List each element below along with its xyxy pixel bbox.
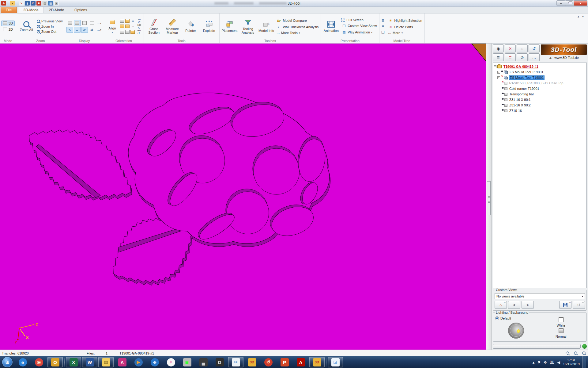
show-desktop-button[interactable] (582, 356, 586, 368)
print-icon[interactable]: ▤ (42, 1, 47, 6)
zoom-all-button[interactable]: Zoom All (17, 20, 35, 33)
ribbon-options-icon[interactable]: ▾ (582, 15, 584, 18)
restore-view-button[interactable]: ↺∞ (573, 301, 585, 309)
image-viewer-icon[interactable]: ◪ (328, 357, 343, 367)
view-bottom-icon[interactable] (125, 30, 130, 34)
save-icon[interactable]: ▮ (25, 1, 30, 6)
show-parts-button[interactable]: ◉ (493, 44, 504, 52)
delete-parts-button[interactable]: ✕Delete Parts (387, 24, 423, 30)
excel-icon[interactable]: X (66, 357, 81, 367)
show-tree-parts-button[interactable]: ≣ (493, 53, 504, 61)
wall-thickness-button[interactable]: ⇤Wall Thickness Analysis (276, 24, 320, 30)
tree-item[interactable]: Transporting bar (494, 91, 586, 97)
hidden-icons-arrow[interactable]: ▴ (533, 360, 535, 365)
zoom-in-button[interactable]: +Zoom In (36, 24, 64, 29)
link-views-icon[interactable]: ∞ (130, 18, 135, 23)
tab-3d-mode[interactable]: 3D-Mode (18, 7, 43, 13)
tree-item[interactable]: Cold runner T19001 (494, 86, 586, 91)
rotate-180a-button[interactable]: 180↻ (136, 24, 142, 29)
splitter-grip[interactable] (487, 181, 491, 215)
tree-more-ribbon-button[interactable]: ...More▾ (387, 31, 423, 35)
explode-button[interactable]: Explode (200, 19, 218, 33)
panel-collapse-icon[interactable]: ◂▸ (549, 56, 552, 59)
printer-icon[interactable]: ▄ (196, 357, 211, 367)
normal-background-checkbox[interactable] (559, 328, 564, 333)
tree-collapse-icon[interactable]: ≡ (381, 24, 386, 29)
display-dimensions-toggle[interactable]: ↔ (74, 27, 81, 33)
tree-item[interactable]: Z710-16 (494, 108, 586, 113)
play-animation-button[interactable]: ▥Play Animation▾ (341, 29, 378, 35)
tab-options[interactable]: Options (69, 7, 92, 13)
close-file-icon[interactable]: ✕ (19, 1, 24, 6)
statusbar-zoom-in-icon[interactable]: + (582, 351, 586, 355)
volume-icon[interactable]: ◀ (557, 360, 560, 365)
rotate-90-button[interactable]: 90↺ (136, 18, 142, 24)
home-view-button[interactable]: ⌂∞ (495, 301, 507, 309)
media-player-icon[interactable]: ▶ (131, 357, 146, 367)
save-png-icon[interactable]: ▦ (48, 1, 53, 6)
highlight-selection-button[interactable]: ☀Highlight Selection (387, 18, 423, 23)
save-exe-icon[interactable]: E (31, 1, 36, 6)
website-link[interactable]: www.3D-Tool.de (554, 56, 579, 59)
save-view-button[interactable]: ∞ (559, 301, 571, 309)
view-left-icon[interactable] (120, 25, 124, 28)
display-curves-toggle[interactable]: ∿ (66, 27, 73, 33)
link-views-off-icon[interactable]: ∞ (130, 24, 135, 29)
hide-tree-parts-button[interactable]: ≣ (505, 53, 516, 61)
custom-view-show-button[interactable]: ❏Custom View Show (341, 23, 378, 29)
tooling-analysis-button[interactable]: Tooling Analysis (239, 17, 257, 35)
placement-button[interactable]: Placement (221, 19, 239, 33)
powerpoint-icon[interactable]: P (277, 357, 292, 367)
more-tools-button[interactable]: ...More Tools▾ (276, 31, 320, 35)
outlook-icon[interactable]: O (47, 357, 63, 367)
display-more-button[interactable]: ...▾ (96, 20, 103, 26)
display-shaded-button[interactable] (66, 20, 73, 26)
rotate-180b-button[interactable]: 180↺ (136, 29, 142, 35)
chrome-icon[interactable]: ◉ (31, 357, 47, 367)
tree-root[interactable]: − T19001-GA-080419-#1 (494, 64, 586, 69)
measure-markup-button[interactable]: Measure Markup (164, 17, 181, 35)
tab-file[interactable]: File (1, 7, 17, 13)
display-wireframe-button[interactable] (89, 20, 95, 26)
display-more2-button[interactable]: ...▾ (96, 27, 103, 33)
clock[interactable]: 17:31 16/12/2019 (563, 358, 580, 366)
default-lighting-radio[interactable]: Default (495, 316, 537, 320)
find-part-button[interactable]: ⊙ (517, 53, 528, 61)
view-back-icon[interactable] (120, 30, 124, 34)
dropbox-icon[interactable]: ✥ (544, 360, 547, 365)
hide-parts-button[interactable]: ✕ (505, 44, 516, 52)
tree-item-hidden[interactable]: ✕ RAS01580_PRT003_0-12 Case Top (494, 80, 586, 86)
app-logo-icon[interactable]: ❖ (1, 1, 6, 6)
light-position-sphere[interactable] (508, 323, 524, 339)
model-compare-button[interactable]: Model Compare (276, 18, 320, 23)
snipping-tool-icon[interactable]: ✂ (228, 357, 243, 367)
full-screen-button[interactable]: ⤢Full Screen (341, 18, 378, 22)
model-info-button[interactable]: i Model Info (258, 19, 275, 33)
previous-custom-view-button[interactable]: < (508, 301, 520, 309)
align-button[interactable]: Align ▾ (105, 17, 119, 35)
access-icon[interactable]: A (115, 357, 130, 367)
start-button[interactable]: ⊞ (1, 357, 14, 367)
tree-copy-icon[interactable]: ❏ (381, 30, 386, 35)
3d-tool-icon[interactable]: 3D (309, 357, 325, 367)
previous-view-button[interactable]: Previous View (36, 19, 64, 23)
painter-button[interactable]: Painter (182, 19, 200, 33)
internet-explorer-icon[interactable]: e (15, 357, 30, 367)
tree-more-button[interactable]: … (529, 53, 540, 61)
zoom-out-button[interactable]: −Zoom Out (36, 29, 64, 34)
tree-expand-icon[interactable]: ≣ (381, 18, 386, 23)
restore-button[interactable] (565, 0, 574, 6)
acrobat-icon[interactable]: A (293, 357, 308, 367)
select-parts-button[interactable]: ◌ (517, 44, 528, 52)
alien-icon[interactable]: ◆ (147, 357, 162, 367)
view-right-icon[interactable] (125, 25, 130, 28)
word-icon[interactable]: W (82, 357, 97, 367)
expand-expander[interactable]: + (497, 71, 500, 74)
tab-2d-mode[interactable]: 2D-Mode (44, 7, 69, 13)
view-iso-icon[interactable] (130, 30, 135, 34)
display-markups-toggle[interactable]: ▱ (81, 27, 88, 33)
display-transform-toggle[interactable]: ⇄ (89, 27, 95, 33)
display-hidden-line-button[interactable] (81, 20, 88, 26)
action-center-icon[interactable]: ⚑ (537, 360, 541, 365)
view-top-icon[interactable] (125, 19, 130, 23)
